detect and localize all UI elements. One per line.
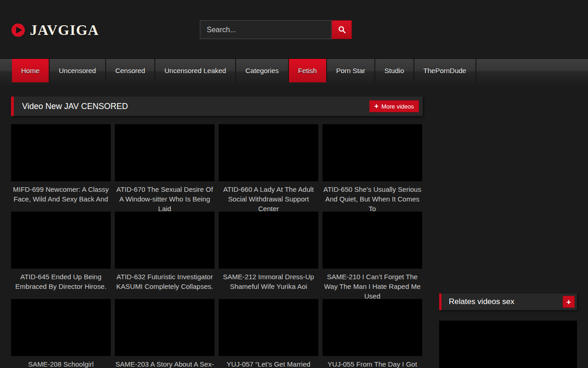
video-title[interactable]: ATID-660 A Lady At The Adult Social With… xyxy=(219,184,318,213)
video-title[interactable]: ATID-650 She’s Usually Serious And Quiet… xyxy=(322,184,422,213)
nav-item-censored[interactable]: Censored xyxy=(106,59,155,82)
video-title[interactable]: ATID-670 The Sexual Desire Of A Window-s… xyxy=(115,184,215,213)
video-title[interactable]: ATID-645 Ended Up Being Embraced By Dire… xyxy=(11,272,111,291)
nav-item-label: ThePornDude xyxy=(424,67,466,75)
logo-text: JAVGIGA xyxy=(30,22,99,39)
play-circle-icon xyxy=(11,23,25,37)
nav-item-label: Studio xyxy=(384,67,404,75)
nav-item-studio[interactable]: Studio xyxy=(375,59,414,82)
video-title[interactable]: SAME-210 I Can’t Forget The Way The Man … xyxy=(322,272,422,301)
video-card[interactable]: YUJ-057 “Let’s Get Married When xyxy=(219,299,318,368)
nav-item-label: Fetish xyxy=(298,67,317,75)
video-card[interactable]: SAME-210 I Can’t Forget The Way The Man … xyxy=(322,212,422,299)
nav-item-fetish[interactable]: Fetish xyxy=(289,59,327,82)
site-logo[interactable]: JAVGIGA xyxy=(11,22,99,39)
video-thumbnail[interactable] xyxy=(11,124,111,181)
nav-item-label: Uncensored xyxy=(59,67,96,75)
video-thumbnail[interactable] xyxy=(322,299,422,356)
nav-item-label: Home xyxy=(21,67,40,75)
more-videos-button[interactable]: + More videos xyxy=(369,100,419,112)
video-card[interactable]: ATID-632 Futuristic Investigator KASUMI … xyxy=(115,212,215,299)
nav-item-porn-star[interactable]: Porn Star xyxy=(327,59,375,82)
nav-item-home[interactable]: Home xyxy=(12,59,50,82)
video-title[interactable]: SAME-208 Schoolgirl Confinement xyxy=(11,359,111,368)
video-thumbnail[interactable] xyxy=(115,212,215,269)
sidebar-section-title: Relates videos sex xyxy=(449,297,514,306)
nav-item-theporndude[interactable]: ThePornDude xyxy=(414,59,476,82)
video-card[interactable]: ATID-660 A Lady At The Adult Social With… xyxy=(219,124,318,212)
plus-icon: + xyxy=(566,298,571,306)
page: JAVGIGA HomeUncensoredCensoredUncensored… xyxy=(0,0,588,368)
search-input[interactable] xyxy=(200,21,331,39)
video-grid: MIFD-699 Newcomer: A Classy Face, Wild A… xyxy=(11,124,423,368)
video-thumbnail[interactable] xyxy=(219,124,318,181)
nav-item-label: Uncensored Leaked xyxy=(164,67,226,75)
nav-item-label: Categories xyxy=(245,67,279,75)
video-thumbnail[interactable] xyxy=(322,212,422,269)
video-title[interactable]: SAME-203 A Story About A Sex- xyxy=(115,359,215,368)
video-card[interactable]: YUJ-055 From The Day I Got xyxy=(322,299,422,368)
plus-icon: + xyxy=(374,103,379,110)
main-section-title: Video New JAV CENSORED xyxy=(22,102,128,111)
search-icon xyxy=(338,25,346,34)
nav-item-categories[interactable]: Categories xyxy=(236,59,289,82)
site-header: JAVGIGA xyxy=(0,0,588,58)
video-thumbnail[interactable] xyxy=(11,212,111,269)
video-card[interactable]: SAME-203 A Story About A Sex- xyxy=(115,299,215,368)
video-title[interactable]: MIFD-699 Newcomer: A Classy Face, Wild A… xyxy=(11,184,111,204)
nav-item-uncensored-leaked[interactable]: Uncensored Leaked xyxy=(155,59,236,82)
search-button[interactable] xyxy=(332,20,352,39)
main-nav: HomeUncensoredCensoredUncensored LeakedC… xyxy=(0,58,588,84)
sidebar-section-header: Relates videos sex + xyxy=(439,293,577,310)
video-title[interactable]: SAME-212 Immoral Dress-Up Shameful Wife … xyxy=(219,272,318,291)
video-card[interactable]: ATID-650 She’s Usually Serious And Quiet… xyxy=(322,124,422,212)
video-title[interactable]: YUJ-057 “Let’s Get Married When xyxy=(219,359,318,368)
nav-item-uncensored[interactable]: Uncensored xyxy=(50,59,106,82)
video-thumbnail[interactable] xyxy=(219,299,318,356)
nav-item-label: Censored xyxy=(115,67,145,75)
video-thumbnail[interactable] xyxy=(219,212,318,269)
video-card[interactable]: ATID-645 Ended Up Being Embraced By Dire… xyxy=(11,212,111,299)
search-box xyxy=(200,20,352,39)
video-card[interactable]: ATID-670 The Sexual Desire Of A Window-s… xyxy=(115,124,215,212)
sidebar-expand-button[interactable]: + xyxy=(563,296,575,308)
video-title[interactable]: YUJ-055 From The Day I Got xyxy=(322,359,422,368)
more-videos-label: More videos xyxy=(381,103,414,110)
video-thumbnail[interactable] xyxy=(322,124,422,181)
video-card[interactable]: SAME-208 Schoolgirl Confinement xyxy=(11,299,111,368)
video-card[interactable]: SAME-212 Immoral Dress-Up Shameful Wife … xyxy=(219,212,318,299)
video-title[interactable]: ATID-632 Futuristic Investigator KASUMI … xyxy=(115,272,215,291)
video-thumbnail[interactable] xyxy=(115,299,215,356)
video-card[interactable]: MIFD-699 Newcomer: A Classy Face, Wild A… xyxy=(11,124,111,212)
nav-item-label: Porn Star xyxy=(336,67,365,75)
video-thumbnail[interactable] xyxy=(11,299,111,356)
search-input-wrap xyxy=(200,20,332,39)
video-thumbnail[interactable] xyxy=(115,124,215,181)
nav-items: HomeUncensoredCensoredUncensored LeakedC… xyxy=(0,59,588,82)
main-section-header: Video New JAV CENSORED + More videos xyxy=(11,97,423,116)
sidebar-video-thumbnail[interactable] xyxy=(439,321,577,368)
